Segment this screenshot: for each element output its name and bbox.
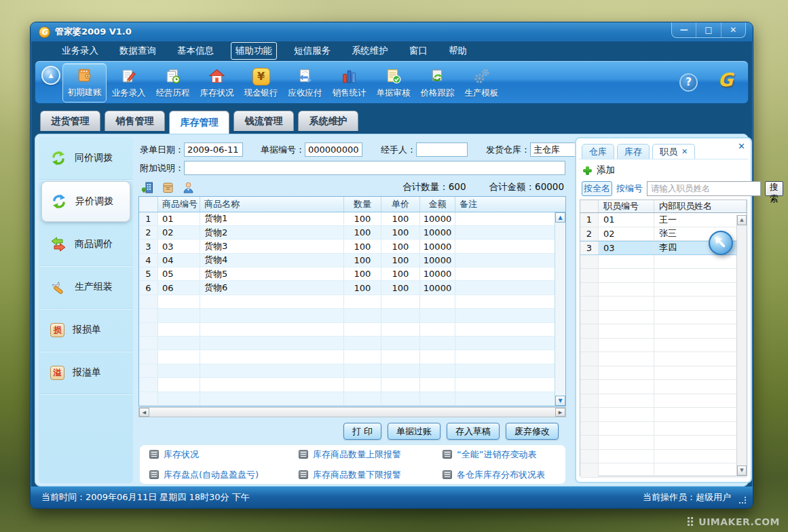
tab-purchase-management[interactable]: 进货管理: [40, 111, 100, 131]
toolbar-item-voucher-audit[interactable]: 单据审核: [371, 63, 415, 102]
menu-item-data-query[interactable]: 数据查询: [115, 43, 160, 59]
warehouse-input[interactable]: [530, 142, 582, 157]
staff-row[interactable]: 101王一: [580, 213, 747, 227]
table-row[interactable]: 202货物210010010000: [139, 226, 565, 240]
scroll-down-icon[interactable]: ▼: [737, 466, 747, 476]
tab-close-icon[interactable]: ✕: [681, 145, 688, 159]
scroll-down-icon[interactable]: ▼: [555, 396, 565, 406]
sidebar-item-same-price-transfer[interactable]: 同价调拨: [39, 137, 133, 180]
toolbar-collapse-button[interactable]: ▲: [41, 66, 60, 85]
bar-chart-icon: [340, 67, 358, 86]
menu-item-help[interactable]: 帮助: [445, 43, 471, 59]
sidebar-item-loss-report[interactable]: 损 报损单: [39, 309, 133, 352]
empty-row: [580, 255, 747, 269]
quick-lookup-icons: [141, 180, 195, 195]
add-staff-button[interactable]: 添加: [583, 164, 615, 176]
col-staff-name: 内部职员姓名: [654, 200, 736, 212]
table-row[interactable]: 505货物510010010000: [139, 267, 565, 281]
menu-item-basic-info[interactable]: 基本信息: [173, 43, 218, 59]
print-button[interactable]: 打 印: [343, 423, 381, 440]
tab-stock[interactable]: 库存: [617, 144, 650, 159]
help-icon[interactable]: ?: [679, 73, 698, 92]
link-omnipotent-change-report[interactable]: “全能”进销存变动表: [443, 449, 565, 461]
staff-search-input[interactable]: [647, 181, 761, 196]
tab-cashflow-management[interactable]: 钱流管理: [233, 111, 294, 131]
maximize-button[interactable]: □: [696, 22, 720, 37]
minimize-button[interactable]: —: [672, 22, 696, 37]
resize-grip[interactable]: [736, 494, 743, 501]
filter-by-code[interactable]: 按编号: [616, 183, 643, 195]
vertical-scrollbar[interactable]: ▲ ▼: [555, 212, 565, 406]
tab-inventory-management[interactable]: 库存管理: [169, 111, 229, 134]
table-row[interactable]: 606货物610010010000: [139, 281, 565, 294]
save-draft-button[interactable]: 存入草稿: [447, 423, 500, 440]
warehouse-label: 发货仓库：: [486, 144, 530, 156]
link-upper-limit-alert[interactable]: 库存商品数量上限报警: [299, 449, 443, 461]
tab-system-maintenance[interactable]: 系统维护: [298, 111, 358, 131]
menu-item-aux-functions[interactable]: 辅助功能: [231, 42, 277, 60]
lookup-tabs: 仓库 库存 职员 ✕: [582, 144, 695, 159]
filter-by-fullname[interactable]: 按全名: [582, 181, 612, 196]
toolbar-item-sales-statistics[interactable]: 销售统计: [327, 63, 371, 102]
toolbar-item-cash-bank[interactable]: ¥ 现金银行: [239, 63, 283, 102]
menu-item-window[interactable]: 窗口: [405, 43, 432, 59]
toolbar-item-inventory-status[interactable]: 库存状况: [195, 63, 239, 102]
empty-row: [580, 422, 747, 436]
table-row[interactable]: 303货物310010010000: [139, 240, 565, 253]
sidebar-item-production-assembly[interactable]: 生产组装: [39, 266, 133, 309]
brand-logo-icon: G: [718, 69, 733, 90]
close-button[interactable]: ✕: [721, 22, 745, 37]
link-lower-limit-alert[interactable]: 库存商品数量下限报警: [299, 469, 443, 481]
report-icon: [149, 470, 159, 479]
sidebar-item-diff-price-transfer[interactable]: 异价调拨: [41, 181, 130, 222]
sidebar-item-overflow-report[interactable]: 溢 报溢单: [39, 352, 133, 394]
scroll-up-icon[interactable]: ▲: [737, 215, 747, 225]
uimaker-watermark: UIMAKER.COM: [688, 516, 780, 527]
link-warehouse-distribution[interactable]: 各仓库库存分布状况表: [443, 469, 565, 481]
link-stocktaking[interactable]: 库存盘点(自动盘盈盘亏): [149, 469, 299, 481]
handler-input[interactable]: [416, 142, 468, 157]
menu-item-sms-service[interactable]: 短信服务: [290, 43, 335, 59]
goods-lookup-icon[interactable]: [162, 181, 174, 194]
voucher-no-input[interactable]: [305, 142, 362, 157]
staff-lookup-icon[interactable]: [182, 181, 195, 194]
tab-warehouse[interactable]: 仓库: [582, 144, 614, 159]
toolbar-item-business-history[interactable]: 经营历程: [151, 63, 195, 102]
toolbar-item-business-entry[interactable]: 业务录入: [107, 63, 151, 102]
note-input[interactable]: [184, 161, 565, 175]
desktop-background: G 管家婆2009 V1.0 — □ ✕ 业务录入 数据查询 基本信息 辅助功能…: [0, 0, 788, 532]
voucher-no-label: 单据编号：: [261, 144, 305, 156]
link-inventory-status[interactable]: 库存状况: [149, 449, 299, 461]
window-controls: — □ ✕: [671, 22, 746, 38]
table-row[interactable]: 101货物110010010000: [139, 212, 565, 226]
col-staff-code: 职员编号: [599, 200, 654, 212]
toolbar-item-price-tracking[interactable]: 价格跟踪: [415, 63, 459, 102]
staff-scrollbar[interactable]: ▲ ▼: [736, 215, 747, 476]
warehouse-lookup-icon[interactable]: [141, 181, 154, 194]
toolbar-item-production-template[interactable]: 生产模板: [459, 63, 504, 102]
form-row-2: 附加说明：: [140, 161, 565, 175]
search-button[interactable]: 搜索: [765, 181, 783, 196]
date-label: 录单日期：: [140, 144, 184, 156]
report-icon: [299, 450, 308, 459]
scroll-up-icon[interactable]: ▲: [555, 212, 565, 223]
col-amount: 金额: [420, 197, 455, 212]
menu-item-system-maintenance[interactable]: 系统维护: [348, 43, 392, 59]
horizontal-scrollbar[interactable]: ◀ ▶: [138, 407, 566, 417]
tab-sales-management[interactable]: 销售管理: [105, 111, 165, 131]
scroll-left-icon[interactable]: ◀: [139, 408, 149, 417]
empty-row: [580, 463, 747, 478]
empty-row: [580, 352, 747, 366]
col-goods-name: 商品名称: [200, 197, 344, 212]
table-row[interactable]: 404货物410010010000: [139, 254, 565, 267]
sidebar-item-price-adjustment[interactable]: 商品调价: [39, 223, 133, 266]
toolbar-item-receivable-payable[interactable]: 应收应付: [283, 63, 327, 102]
post-voucher-button[interactable]: 单据过账: [388, 423, 440, 440]
toolbar-item-initial-setup[interactable]: 初期建账: [62, 63, 107, 102]
discard-button[interactable]: 废弃修改: [506, 423, 559, 440]
tab-staff[interactable]: 职员 ✕: [652, 144, 695, 159]
scroll-right-icon[interactable]: ▶: [555, 408, 565, 417]
panel-close-icon[interactable]: ✕: [738, 141, 745, 151]
date-input[interactable]: [184, 142, 243, 157]
menu-item-business-entry[interactable]: 业务录入: [58, 43, 102, 59]
